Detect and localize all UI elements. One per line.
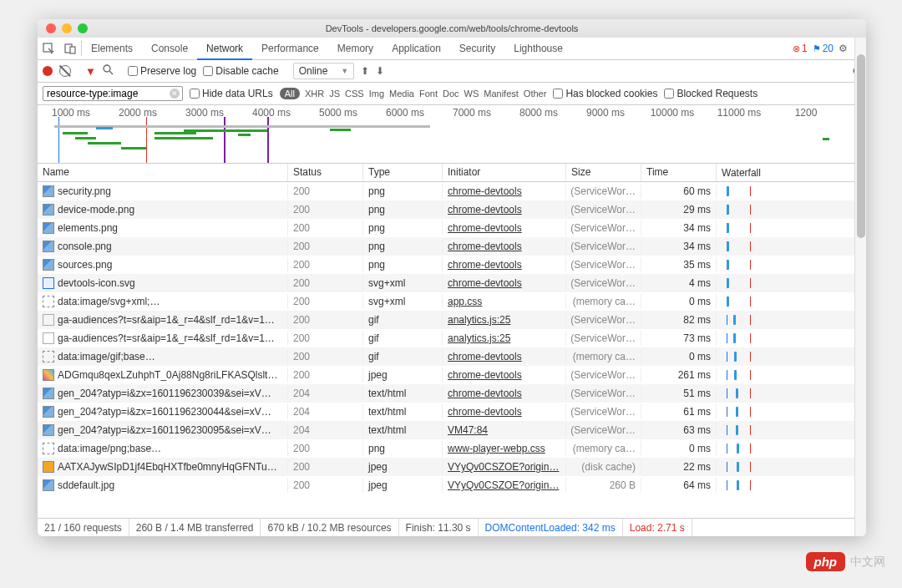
table-row[interactable]: data:image/svg+xml;…200svg+xmlapp.css(me… <box>38 292 866 311</box>
throttle-dropdown[interactable]: Online▼ <box>293 63 355 79</box>
watermark: php 中文网 <box>806 552 886 571</box>
tab-performance[interactable]: Performance <box>252 38 328 60</box>
network-table-header[interactable]: Name Status Type Initiator Size Time Wat… <box>38 164 866 182</box>
clear-filter-icon[interactable]: ✕ <box>170 89 180 99</box>
hide-data-urls-checkbox[interactable]: Hide data URLs <box>190 88 273 99</box>
col-status: Status <box>288 164 363 181</box>
table-row[interactable]: security.png200pngchrome-devtools(Servic… <box>38 182 866 200</box>
tab-security[interactable]: Security <box>450 38 504 60</box>
filter-type-xhr[interactable]: XHR <box>305 89 324 99</box>
col-type: Type <box>363 164 443 181</box>
table-row[interactable]: gen_204?atyp=i&zx=1601196230039&sei=xV…2… <box>38 384 866 403</box>
record-button[interactable] <box>43 66 53 76</box>
table-row[interactable]: data:image/gif;base…200gifchrome-devtool… <box>38 347 866 366</box>
upload-icon[interactable]: ⬆ <box>361 65 369 77</box>
tab-elements[interactable]: Elements <box>82 38 142 60</box>
window-title: DevTools - developers.google.com/web/too… <box>38 23 866 33</box>
blocked-requests-checkbox[interactable]: Blocked Requests <box>664 88 758 99</box>
table-row[interactable]: elements.png200pngchrome-devtools(Servic… <box>38 219 866 237</box>
file-icon <box>43 424 54 436</box>
table-row[interactable]: ga-audiences?t=sr&aip=1&_r=4&slf_rd=1&v=… <box>38 311 866 329</box>
status-resources: 670 kB / 10.2 MB resources <box>261 519 398 536</box>
file-icon <box>43 222 54 234</box>
tab-console[interactable]: Console <box>142 38 197 60</box>
table-row[interactable]: sddefault.jpg200jpegVYyQv0CSZOE?origin…2… <box>38 476 866 494</box>
download-icon[interactable]: ⬇ <box>376 65 384 77</box>
status-transferred: 260 B / 1.4 MB transferred <box>129 519 261 536</box>
tab-memory[interactable]: Memory <box>328 38 383 60</box>
file-icon <box>43 351 54 362</box>
status-finish: Finish: 11.30 s <box>399 519 479 536</box>
file-icon <box>43 479 54 491</box>
clear-button[interactable] <box>59 65 71 77</box>
filter-type-ws[interactable]: WS <box>464 89 479 99</box>
preserve-log-checkbox[interactable]: Preserve log <box>128 65 196 77</box>
table-row[interactable]: devtools-icon.svg200svg+xmlchrome-devtoo… <box>38 274 866 292</box>
filter-type-js[interactable]: JS <box>329 89 340 99</box>
status-load: Load: 2.71 s <box>623 519 692 536</box>
table-row[interactable]: console.png200pngchrome-devtools(Service… <box>38 237 866 256</box>
inspect-icon[interactable] <box>38 38 59 59</box>
filter-type-img[interactable]: Img <box>369 89 384 99</box>
messages-badge[interactable]: ⚑20 <box>813 43 834 54</box>
device-toggle-icon[interactable] <box>59 38 81 59</box>
filter-type-media[interactable]: Media <box>389 89 414 99</box>
table-row[interactable]: ADGmqu8qexLZuhphT_0Aj88Ng8riLFKASQlslt…2… <box>38 366 866 384</box>
settings-icon[interactable]: ⚙ <box>839 43 848 54</box>
file-icon <box>43 204 54 215</box>
table-row[interactable]: gen_204?atyp=i&zx=1601196230095&sei=xV…2… <box>38 421 866 439</box>
col-time: Time <box>641 164 717 181</box>
filter-toggle-icon[interactable]: ▼ <box>85 65 96 78</box>
col-size: Size <box>566 164 641 181</box>
file-icon <box>43 388 54 399</box>
tab-network[interactable]: Network <box>197 38 252 60</box>
col-name: Name <box>38 164 288 181</box>
svg-line-4 <box>109 71 113 74</box>
timeline-overview[interactable]: 1000 ms2000 ms3000 ms4000 ms5000 ms6000 … <box>38 105 866 164</box>
tab-lighthouse[interactable]: Lighthouse <box>504 38 572 60</box>
error-badge[interactable]: ⊗1 <box>793 43 808 54</box>
filter-type-other[interactable]: Other <box>524 89 547 99</box>
filter-type-all[interactable]: All <box>280 88 300 99</box>
file-icon <box>43 277 54 289</box>
filter-type-manifest[interactable]: Manifest <box>484 89 519 99</box>
svg-rect-2 <box>70 47 75 53</box>
file-icon <box>43 332 54 344</box>
search-icon[interactable] <box>103 64 114 78</box>
file-icon <box>43 296 54 307</box>
file-icon <box>43 443 54 454</box>
scrollbar[interactable] <box>854 164 866 518</box>
table-row[interactable]: data:image/png;base…200pngwww-player-web… <box>38 439 866 458</box>
tab-application[interactable]: Application <box>383 38 450 60</box>
blocked-cookies-checkbox[interactable]: Has blocked cookies <box>553 88 657 99</box>
file-icon <box>43 185 54 197</box>
window-titlebar: DevTools - developers.google.com/web/too… <box>38 19 866 38</box>
file-icon <box>43 406 54 418</box>
svg-point-3 <box>104 65 110 72</box>
table-row[interactable]: sources.png200pngchrome-devtools(Service… <box>38 256 866 274</box>
col-initiator: Initiator <box>443 164 566 181</box>
table-row[interactable]: gen_204?atyp=i&zx=1601196230044&sei=xV…2… <box>38 403 866 421</box>
file-icon <box>43 369 54 381</box>
filter-type-doc[interactable]: Doc <box>443 89 459 99</box>
table-row[interactable]: AATXAJywSIpD1jf4EbqHXTfbe0mnyHqGFNTu…200… <box>38 458 866 476</box>
file-icon <box>43 259 54 271</box>
status-domcontentloaded: DOMContentLoaded: 342 ms <box>479 519 623 536</box>
file-icon <box>43 314 54 326</box>
filter-input[interactable]: ✕ <box>43 86 183 101</box>
status-bar: 21 / 160 requests 260 B / 1.4 MB transfe… <box>38 518 866 536</box>
table-row[interactable]: device-mode.png200pngchrome-devtools(Ser… <box>38 200 866 219</box>
table-row[interactable]: ga-audiences?t=sr&aip=1&_r=4&slf_rd=1&v=… <box>38 329 866 347</box>
col-waterfall: Waterfall▲ <box>717 164 866 181</box>
status-requests: 21 / 160 requests <box>38 519 129 536</box>
disable-cache-checkbox[interactable]: Disable cache <box>203 65 278 77</box>
filter-type-css[interactable]: CSS <box>345 89 364 99</box>
file-icon <box>43 461 54 473</box>
filter-type-font[interactable]: Font <box>419 89 438 99</box>
file-icon <box>43 241 54 252</box>
